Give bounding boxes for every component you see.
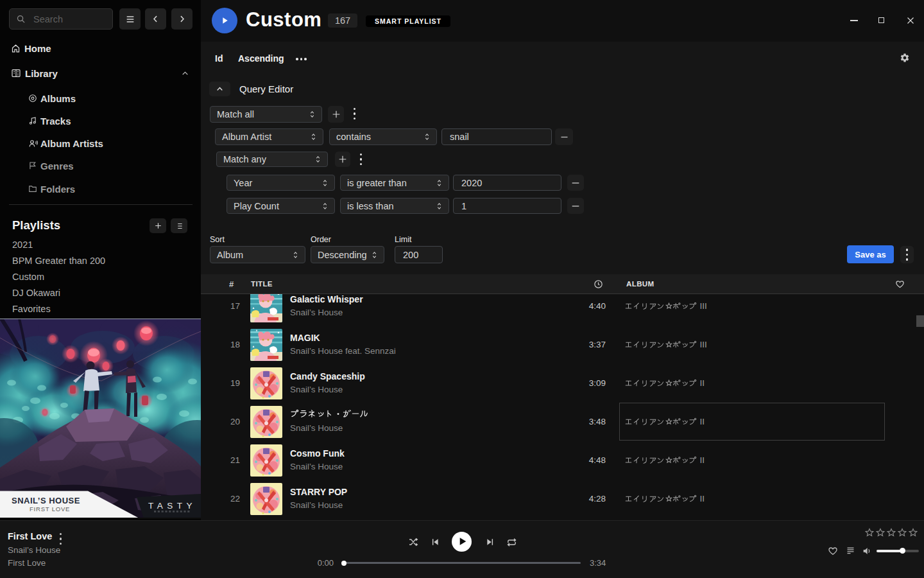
svg-text:TASTY: TASTY: [148, 501, 196, 511]
svg-text:SNAIL’S HOUSE: SNAIL’S HOUSE: [12, 496, 80, 505]
svg-text:FIRST LOVE: FIRST LOVE: [30, 505, 70, 512]
